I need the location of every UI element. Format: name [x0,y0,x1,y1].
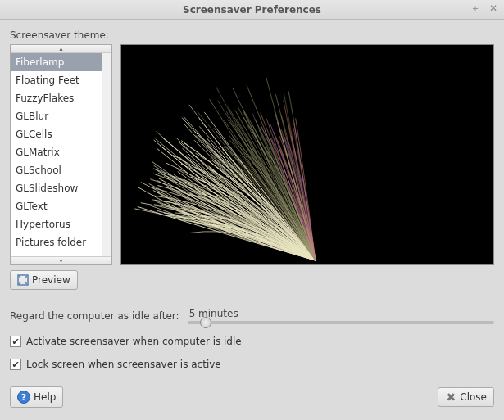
activate-checkbox[interactable]: ✔ [10,336,21,347]
list-item[interactable]: GLSlideshow [11,179,102,197]
help-icon: ? [17,391,30,404]
window-body: Screensaver theme: ▴ FiberlampFloating F… [0,20,504,418]
list-item[interactable]: GLMatrix [11,143,102,161]
titlebar: Screensaver Preferences ＋ ✕ [0,0,504,20]
lock-label: Lock screen when screensaver is active [26,359,221,370]
preview-button[interactable]: Preview [10,270,78,290]
idle-slider[interactable] [188,321,494,324]
list-item[interactable]: FuzzyFlakes [11,89,102,107]
preview-button-label: Preview [32,274,70,286]
top-row: ▴ FiberlampFloating FeetFuzzyFlakesGLBlu… [10,44,494,290]
theme-list: FiberlampFloating FeetFuzzyFlakesGLBlurG… [11,53,102,256]
close-window-icon[interactable]: ✕ [488,2,499,14]
close-icon: ✖ [445,391,456,403]
idle-label: Regard the computer as idle after: [10,310,179,322]
list-item[interactable]: Pictures folder [11,233,102,251]
theme-column: ▴ FiberlampFloating FeetFuzzyFlakesGLBlu… [10,44,112,290]
list-item[interactable]: GLBlur [11,107,102,125]
scrollbar[interactable] [102,53,111,256]
minimize-icon[interactable]: ＋ [470,2,481,14]
theme-listbox[interactable]: ▴ FiberlampFloating FeetFuzzyFlakesGLBlu… [10,44,112,265]
list-item[interactable]: Fiberlamp [11,53,102,71]
scroll-up-icon[interactable]: ▴ [11,45,111,53]
scroll-down-icon[interactable]: ▾ [11,256,111,264]
list-item[interactable]: GLText [11,197,102,215]
close-button[interactable]: ✖ Close [438,387,494,407]
list-item[interactable]: GLCells [11,125,102,143]
activate-label: Activate screensaver when computer is id… [26,336,242,347]
list-item[interactable]: GLSchool [11,161,102,179]
fiberlamp-preview [121,45,493,264]
window-title: Screensaver Preferences [183,4,321,16]
lock-checkbox[interactable]: ✔ [10,359,21,370]
theme-label: Screensaver theme: [10,29,494,41]
bottom-row: ? Help ✖ Close [10,386,494,408]
close-button-label: Close [460,391,487,403]
fullscreen-icon [17,274,29,286]
list-item[interactable]: Hypertorus [11,215,102,233]
help-button[interactable]: ? Help [10,386,63,408]
list-item[interactable]: Floating Feet [11,71,102,89]
idle-value: 5 minutes [189,308,494,319]
titlebar-buttons: ＋ ✕ [470,2,499,14]
slider-block: 5 minutes [188,308,494,324]
idle-row: Regard the computer as idle after: 5 min… [10,308,494,324]
lock-row: ✔ Lock screen when screensaver is active [10,359,494,370]
help-button-label: Help [34,391,56,403]
slider-thumb[interactable] [200,317,211,328]
activate-row: ✔ Activate screensaver when computer is … [10,336,494,347]
preview-pane [120,44,494,265]
preview-button-row: Preview [10,270,112,290]
